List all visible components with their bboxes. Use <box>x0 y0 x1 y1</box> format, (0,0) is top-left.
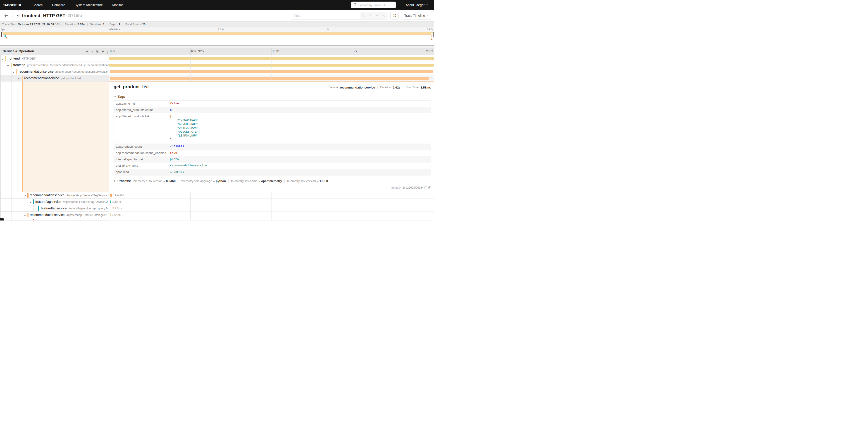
span-color-bar <box>22 76 23 81</box>
detail-meta-label: Duration: <box>380 86 392 89</box>
span-duration-bar[interactable] <box>111 207 111 210</box>
trace-view-select[interactable]: Trace Timeline <box>401 12 432 20</box>
span-expand-toggle[interactable] <box>7 64 9 68</box>
chevron-down-icon <box>24 195 26 197</box>
tag-list-string: "OLJCESPC7Z" <box>177 130 198 134</box>
span-expand-toggle[interactable] <box>29 201 31 205</box>
span-operation-name: /hipstershop.ProductCatalogSer… <box>66 213 109 217</box>
detail-title-row[interactable]: get_product_listService:recommendationse… <box>114 84 431 89</box>
chevron-down-icon <box>17 14 20 18</box>
nav-item-search[interactable]: Search <box>28 3 47 7</box>
process-tag-key: telemetry.sdk.language <box>181 179 212 183</box>
tag-row: span.kindinternal <box>114 169 431 175</box>
chevron-up-icon <box>369 14 372 17</box>
find-controls <box>360 12 388 20</box>
nav-item-system-architecture[interactable]: System Architecture <box>70 3 108 7</box>
meta-label: Depth <box>110 23 118 26</box>
nav-item-monitor[interactable]: Monitor <box>107 3 128 7</box>
span-duration-bar[interactable] <box>110 194 112 197</box>
span-row: featureflagservicefeatureflagservice.rep… <box>0 205 434 212</box>
span-duration-bar[interactable] <box>111 220 111 220</box>
tag-row: app.products.count44530923 <box>114 144 431 150</box>
next-match-button[interactable] <box>374 12 380 19</box>
minimap-canvas[interactable] <box>0 32 434 46</box>
expand-all-button[interactable] <box>101 50 104 54</box>
span-row: recommendationservice/hipstershop.Recomm… <box>0 68 434 75</box>
span-expand-toggle[interactable] <box>12 70 15 75</box>
span-row: frontendHTTP GET <box>0 55 434 62</box>
collapse-all-button[interactable] <box>96 50 99 54</box>
indent-guide <box>17 218 17 220</box>
span-expand-toggle[interactable] <box>1 57 4 61</box>
back-button[interactable] <box>0 10 12 21</box>
timeline-column-header: Service & Operation 0μs666.89ms1.33s2s2.… <box>0 48 434 55</box>
chevron-down-icon <box>114 95 116 98</box>
tags-section-toggle[interactable]: Tags <box>114 95 431 98</box>
span-service-name: featureflagservice <box>41 206 66 210</box>
chevron-down-icon <box>427 14 429 17</box>
tag-value: proto <box>170 156 179 163</box>
span-expand-toggle[interactable] <box>18 77 20 81</box>
span-name-cell[interactable]: recommendationservice/hipstershop.Featur… <box>0 192 109 199</box>
process-row-toggle[interactable]: Process:telemetry.auto.version=0.34b0tel… <box>114 179 431 183</box>
process-tag-key: telemetry.sdk.name <box>231 179 257 183</box>
trace-header-controls: ⌘ Trace Timeline <box>291 12 434 20</box>
span-color-bar <box>5 56 6 61</box>
indent-guide <box>6 68 6 75</box>
span-name-cell[interactable]: featureflagservice/hipstershop.FeatureFl… <box>0 199 109 205</box>
collapse-one-button[interactable] <box>86 50 89 54</box>
span-name-cell[interactable]: recommendationserviceget_product_list <box>0 75 109 82</box>
expand-one-button[interactable] <box>91 50 94 54</box>
indent-guide <box>17 75 17 81</box>
keyboard-shortcuts-button[interactable]: ⌘ <box>390 12 399 20</box>
about-jaeger-menu[interactable]: About Jaeger <box>406 3 428 7</box>
span-name-cell[interactable]: frontendHTTP GET <box>0 55 109 62</box>
span-duration-label: 3.68ms <box>112 200 122 203</box>
span-service-name: featureflagservice <box>35 200 61 204</box>
span-expand-toggle[interactable] <box>24 214 26 218</box>
span-expand-toggle[interactable] <box>24 194 26 198</box>
chevron-down-icon <box>18 78 20 80</box>
minimap-left-scrubber[interactable] <box>1 32 2 37</box>
app-brand[interactable]: JAEGER UI <box>3 3 21 7</box>
span-duration-bar[interactable] <box>110 70 433 73</box>
span-service-name: recommendationservice <box>24 76 59 80</box>
indent-guide <box>0 75 1 81</box>
span-name-cell[interactable]: frontendgrpc.hipstershop.RecommendationS… <box>0 62 109 68</box>
span-duration-bar[interactable] <box>110 77 429 80</box>
span-name-cell[interactable]: featureflagservicefeatureflagservice.rep… <box>0 205 109 212</box>
span-duration-bar[interactable] <box>111 200 111 203</box>
indent-guide <box>23 199 23 205</box>
tag-key: app.filtered_products.count <box>114 107 170 113</box>
indent-guide <box>28 205 28 211</box>
indent-guide <box>6 62 6 68</box>
tag-row: app.filtered_products.count8 <box>114 107 431 113</box>
span-duration-bar[interactable] <box>110 213 111 216</box>
indent-guide <box>33 205 34 211</box>
trace-id-search[interactable] <box>351 2 396 8</box>
span-color-bar <box>11 63 12 67</box>
clear-find-button[interactable] <box>380 12 387 19</box>
nav-item-compare[interactable]: Compare <box>47 3 70 7</box>
prev-match-button[interactable] <box>367 12 374 19</box>
process-tag-value: python <box>216 179 226 183</box>
span-color-bar <box>16 69 18 74</box>
copy-link-icon[interactable] <box>428 186 431 189</box>
span-name-cell[interactable]: recommendationservice/hipstershop.Produc… <box>0 212 109 218</box>
chevron-right-icon <box>114 180 116 182</box>
span-id-value: 1ca2262df0e18447 <box>403 186 427 189</box>
collapse-trace-header-button[interactable] <box>17 14 20 18</box>
column-resize-handle[interactable] <box>106 51 108 54</box>
minimap-right-scrubber[interactable] <box>433 32 434 37</box>
process-separator <box>284 179 285 183</box>
scroll-to-top-button[interactable] <box>0 218 4 220</box>
span-name-cell[interactable]: recommendationservice/hipstershop.Recomm… <box>0 68 109 75</box>
trace-id-search-input[interactable] <box>359 3 394 7</box>
span-row: frontendgrpc.hipstershop.RecommendationS… <box>0 62 434 68</box>
minimap-span-bar <box>4 35 6 37</box>
find-input[interactable] <box>291 12 360 20</box>
focus-match-button[interactable] <box>360 12 367 19</box>
indent-guide <box>6 199 6 205</box>
span-name-cell[interactable] <box>0 218 109 220</box>
tag-row: internal.span.formatproto <box>114 156 431 163</box>
